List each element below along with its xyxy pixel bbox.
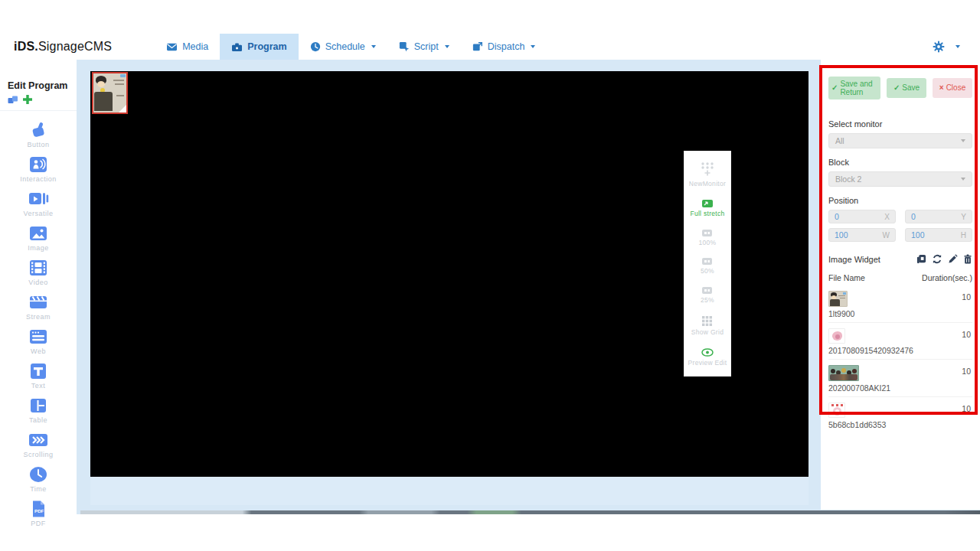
eye-icon	[701, 348, 714, 357]
file-thumbnail	[828, 403, 845, 418]
save-button[interactable]: ✓ Save	[887, 78, 926, 98]
save-and-return-label: Save and Return	[840, 80, 877, 97]
caret-down-icon[interactable]	[956, 45, 960, 48]
preview-edit-button[interactable]: Preview Edit	[688, 348, 727, 367]
add-plus-icon[interactable]	[23, 95, 32, 104]
tool-scrolling[interactable]: Scrolling	[23, 431, 53, 458]
file-thumbnail	[828, 291, 848, 307]
tool-label: Versatile	[23, 210, 53, 217]
nav-tab-label: Media	[182, 41, 208, 52]
zoom-100-button[interactable]: 100%	[699, 230, 717, 246]
gear-icon[interactable]	[933, 41, 945, 53]
thumb-art	[830, 299, 840, 307]
position-y-value: 0	[911, 212, 916, 221]
brand-logo[interactable]: iDS.SignageCMS	[14, 34, 112, 60]
nav-tab-media[interactable]: Media	[155, 34, 220, 60]
nav-tab-label: Schedule	[325, 41, 365, 52]
inspector-actions: ✓ Save and Return ✓ Save × Close	[828, 77, 972, 99]
tool-pdf[interactable]: PDF PDF	[28, 500, 49, 527]
tool-web[interactable]: Web	[28, 328, 49, 355]
table-icon	[28, 396, 49, 415]
tool-label: Interaction	[20, 175, 57, 183]
brand-bold: iDS.	[14, 40, 38, 54]
button-hand-icon	[28, 121, 49, 139]
widget-tool-list: Button Interaction Versatile Image Video	[0, 111, 77, 534]
tool-interaction[interactable]: Interaction	[20, 155, 57, 183]
tool-label: Button	[27, 141, 49, 148]
thumb-art	[113, 80, 124, 81]
resize-handle[interactable]	[119, 105, 126, 112]
copy-icon[interactable]	[916, 254, 926, 264]
tool-stream[interactable]: Stream	[26, 293, 51, 321]
new-monitor-icon	[698, 161, 717, 178]
scrolling-icon	[28, 431, 49, 449]
thumb-art	[835, 334, 840, 339]
block-select[interactable]: Block 2	[828, 171, 972, 187]
position-y-field[interactable]: 0 Y	[905, 210, 972, 223]
trash-icon[interactable]	[963, 254, 972, 264]
panel-item-label: Full stretch	[690, 210, 724, 217]
file-duration: 10	[962, 367, 971, 376]
nav-tab-label: Program	[247, 41, 286, 52]
nav-tab-dispatch[interactable]: Dispatch	[461, 34, 547, 60]
monitor-select-value: All	[835, 136, 844, 145]
file-name-header: File Name	[828, 273, 865, 282]
close-button[interactable]: × Close	[933, 78, 972, 98]
tool-video[interactable]: Video	[28, 259, 49, 286]
interaction-icon	[28, 155, 49, 174]
nav-tab-script[interactable]: Script	[387, 34, 461, 60]
nav-tab-program[interactable]: Program	[220, 34, 298, 60]
save-and-return-button[interactable]: ✓ Save and Return	[828, 77, 880, 99]
tool-image[interactable]: Image	[28, 224, 49, 252]
nav-tab-schedule[interactable]: Schedule	[299, 34, 387, 60]
nav-tab-label: Script	[414, 41, 439, 52]
full-stretch-button[interactable]: Full stretch	[690, 200, 724, 217]
app-root: iDS.SignageCMS Media Program Schedule Sc…	[0, 0, 980, 551]
show-grid-button[interactable]: Show Grid	[691, 316, 724, 336]
thumb-art	[835, 409, 839, 413]
zoom-25-icon	[702, 287, 712, 294]
close-icon: ×	[939, 83, 944, 93]
position-w-field[interactable]: 100 W	[828, 228, 896, 242]
pencil-icon[interactable]	[948, 254, 958, 264]
panel-item-label: Show Grid	[691, 328, 724, 336]
check-icon: ✓	[831, 83, 838, 93]
tool-button[interactable]: Button	[27, 121, 49, 148]
widget-title: Image Widget	[828, 255, 880, 264]
file-row[interactable]: 10 2017080915420932476	[828, 323, 972, 360]
layout-blocks-icon[interactable]	[8, 96, 18, 104]
position-x-field[interactable]: 0 X	[828, 210, 896, 223]
widget-action-icons	[916, 254, 972, 264]
video-icon	[28, 259, 49, 277]
panel-item-label: 25%	[701, 296, 714, 304]
file-row[interactable]: 10 5b68cb1dd6353	[828, 397, 972, 433]
tool-label: Video	[28, 279, 47, 286]
time-clock-icon	[28, 465, 49, 484]
clock-icon	[310, 41, 321, 52]
new-monitor-button[interactable]: NewMonitor	[689, 161, 726, 187]
selected-image-widget[interactable]	[92, 72, 128, 114]
position-h-field[interactable]: 100 H	[905, 228, 972, 242]
script-icon	[399, 41, 410, 52]
tool-versatile[interactable]: Versatile	[23, 190, 53, 217]
page-title: Edit Program	[0, 60, 77, 95]
file-row[interactable]: 10 202000708AKI21	[828, 360, 972, 397]
monitor-select[interactable]: All	[828, 133, 972, 148]
tool-label: Time	[30, 485, 47, 493]
block-label: Block	[828, 158, 972, 167]
zoom-50-button[interactable]: 50%	[701, 258, 714, 275]
file-name: 1lt9900	[828, 309, 972, 318]
tool-text[interactable]: Text	[28, 362, 49, 390]
file-list-header: File Name Duration(sec.)	[828, 273, 972, 282]
brand-rest: SignageCMS	[38, 40, 112, 54]
position-w-value: 100	[835, 230, 848, 240]
svg-text:PDF: PDF	[34, 508, 44, 514]
tool-table[interactable]: Table	[28, 396, 49, 424]
zoom-25-button[interactable]: 25%	[701, 287, 714, 304]
file-duration: 10	[962, 404, 971, 413]
tool-time[interactable]: Time	[28, 465, 49, 493]
tool-label: Table	[29, 416, 47, 424]
refresh-icon[interactable]	[932, 254, 942, 264]
file-row[interactable]: 10 1lt9900	[828, 285, 972, 323]
thumb-art	[831, 404, 844, 406]
